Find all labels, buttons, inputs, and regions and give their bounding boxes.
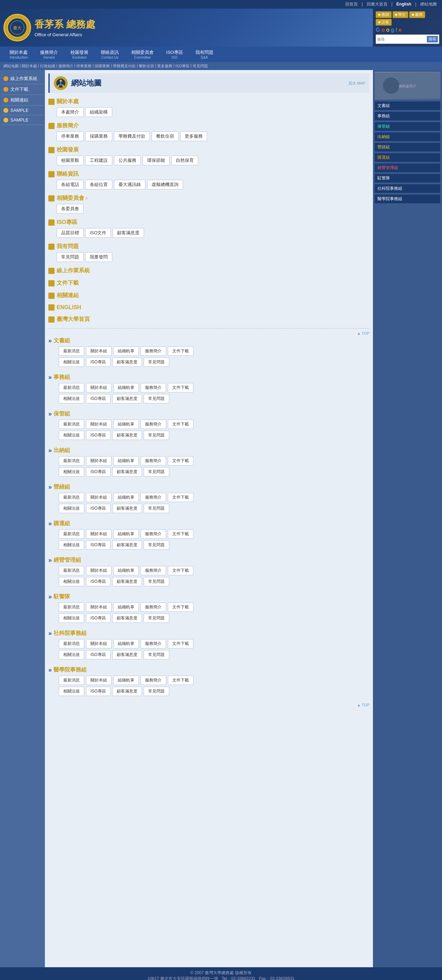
dept-link[interactable]: 組織軌掌 — [113, 566, 139, 575]
dept-link[interactable]: 最新消息 — [59, 566, 84, 575]
rs-btn-gouyu[interactable]: 購運組 — [375, 153, 440, 162]
dept-link[interactable]: 文件下載 — [168, 639, 193, 648]
dept-link[interactable]: 相關法規 — [59, 687, 84, 696]
dept-link[interactable]: 常見問題 — [144, 394, 169, 403]
dept-link[interactable]: 顧客滿意度 — [112, 431, 142, 440]
dept-link[interactable]: ISO專區 — [86, 614, 110, 623]
link-procurement[interactable]: 採購業務 — [85, 132, 112, 141]
link-more-service[interactable]: 更多服務 — [180, 132, 207, 141]
section-title-committee[interactable]: 相關委員會 > — [48, 195, 370, 202]
dept-link[interactable]: 常見問題 — [144, 431, 169, 440]
nav-item-committee[interactable]: 相關委員會Committee — [125, 46, 160, 62]
dept-link[interactable]: 組織軌掌 — [113, 420, 139, 429]
nav-item-campus[interactable]: 校園發展Evolution — [64, 46, 95, 62]
top-link-2[interactable]: ▲ TOP — [48, 703, 370, 707]
nav-item-iso[interactable]: ISO專區ISO — [160, 46, 189, 62]
dept-link[interactable]: 組織軌掌 — [113, 529, 139, 539]
link-construction[interactable]: 工程建設 — [85, 156, 112, 165]
section-title-contact[interactable]: 聯絡資訊 — [48, 170, 370, 178]
nav-link-iso[interactable]: ISO專區ISO — [160, 46, 189, 62]
top-bar-ntu[interactable]: 回臺大首頁 — [367, 2, 388, 6]
dept-link[interactable]: 最新消息 — [59, 383, 84, 392]
dept-link[interactable]: 顧客滿意度 — [112, 394, 142, 403]
dept-link[interactable]: ISO專區 — [86, 650, 110, 659]
dept-link[interactable]: 組織軌掌 — [113, 347, 139, 356]
bc-parking[interactable]: 停車業務 — [76, 64, 91, 69]
link-fee[interactable]: 學雜費及付款 — [114, 132, 150, 141]
footer-fax[interactable]: 02-23626531 — [270, 976, 295, 980]
dept-link[interactable]: 顧客滿意度 — [112, 467, 142, 477]
dept-link[interactable]: 文件下載 — [168, 603, 193, 612]
dept-link[interactable]: 常見問題 — [144, 358, 169, 367]
link-quality-goal[interactable]: 品質目標 — [57, 228, 84, 238]
bc-sitemap[interactable]: 網站地圖 — [3, 64, 19, 69]
footer-tel[interactable]: 02-33662231 — [231, 976, 255, 980]
dept-link[interactable]: 關於本組 — [86, 676, 112, 685]
link-eco[interactable]: 環保節能 — [143, 156, 169, 165]
sidebar-item-related[interactable]: 相關連結 — [2, 95, 43, 106]
dept-link[interactable]: 文件下載 — [168, 420, 193, 429]
dept-link[interactable]: 相關法規 — [59, 540, 84, 550]
dept-link[interactable]: ISO專區 — [86, 540, 110, 550]
dept-link[interactable]: 顧客滿意度 — [112, 504, 142, 513]
dept-link[interactable]: 關於本組 — [86, 639, 112, 648]
dept-link[interactable]: 組織軌掌 — [113, 603, 139, 612]
section-title-about[interactable]: 關於本處 — [48, 98, 370, 105]
rs-btn-jingying[interactable]: 經營管理組 — [375, 164, 440, 172]
dept-link[interactable]: 顧客滿意度 — [112, 650, 142, 659]
dept-link[interactable]: 最新消息 — [59, 420, 84, 429]
rs-btn-wenshu[interactable]: 文書組 — [375, 102, 440, 110]
section-title-question[interactable]: 我有問題 — [48, 243, 370, 250]
dept-link[interactable]: 相關法規 — [59, 431, 84, 440]
rs-btn-sheke[interactable]: 社科院事務組 — [375, 184, 440, 193]
dept-link[interactable]: 相關法規 — [59, 394, 84, 403]
link-phone[interactable]: 各組電話 — [57, 180, 84, 189]
dept-link[interactable]: ISO專區 — [86, 431, 110, 440]
dept-link[interactable]: 最新消息 — [59, 603, 84, 612]
dept-link[interactable]: 服務簡介 — [140, 456, 166, 466]
link-parking[interactable]: 停車業務 — [57, 132, 84, 141]
dept-link[interactable]: 關於本組 — [86, 603, 112, 612]
top-bar-english[interactable]: English — [396, 2, 411, 6]
dept-link[interactable]: 最新消息 — [59, 493, 84, 502]
link-dining[interactable]: 餐飲住宿 — [152, 132, 179, 141]
sidebar-item-download[interactable]: 文件下載 — [2, 84, 43, 95]
nav-link-service[interactable]: 服務簡介Service — [34, 46, 64, 62]
dept-link[interactable]: 顧客滿意度 — [112, 577, 142, 586]
dept-link[interactable]: ISO專區 — [86, 467, 110, 477]
top-bar-home[interactable]: 回首頁 — [345, 2, 358, 6]
link-landscape[interactable]: 校園景觀 — [57, 156, 84, 165]
top-bar-sitemap[interactable]: 網站地圖 — [420, 2, 437, 6]
dept-link[interactable]: 相關法規 — [59, 614, 84, 623]
search-button[interactable]: 搜尋 — [427, 36, 438, 43]
link-ask[interactable]: 我要發問 — [85, 252, 112, 262]
dept-link[interactable]: ISO專區 — [86, 577, 110, 586]
dept-link[interactable]: 最新消息 — [59, 347, 84, 356]
dept-link[interactable]: 組織軌掌 — [113, 493, 139, 502]
dept-link[interactable]: 組織軌掌 — [113, 676, 139, 685]
dept-link[interactable]: 組織軌掌 — [113, 639, 139, 648]
dept-link[interactable]: 關於本組 — [86, 566, 112, 575]
dept-link[interactable]: 關於本組 — [86, 456, 112, 466]
link-faq[interactable]: 常見問題 — [57, 252, 84, 262]
bc-fee[interactable]: 學雜費及付款 — [113, 64, 136, 69]
dept-link[interactable]: 相關法規 — [59, 504, 84, 513]
dept-link[interactable]: 組織軌掌 — [113, 383, 139, 392]
user-visitor-link[interactable]: ■ 訪客 — [376, 19, 392, 25]
nav-item-qa[interactable]: 我有問題Q&A — [189, 46, 220, 62]
dept-link[interactable]: 文件下載 — [168, 529, 193, 539]
dept-link[interactable]: 服務簡介 — [140, 676, 166, 685]
link-pbx[interactable]: 虛擬總機直詢 — [147, 180, 183, 189]
dept-link[interactable]: ISO專區 — [86, 358, 110, 367]
dept-link[interactable]: 文件下載 — [168, 456, 193, 466]
link-public-service[interactable]: 公共服務 — [114, 156, 141, 165]
nav-link-campus[interactable]: 校園發展Evolution — [64, 46, 95, 62]
link-satisfaction[interactable]: 顧客滿意度 — [113, 228, 144, 238]
nav-item-about[interactable]: 關於本處Introduction — [3, 46, 34, 62]
nav-item-contact[interactable]: 聯絡資訊Contact Us — [95, 46, 125, 62]
link-location[interactable]: 各組位置 — [85, 180, 112, 189]
link-iso-doc[interactable]: ISO文件 — [85, 228, 111, 238]
dept-link[interactable]: 常見問題 — [144, 504, 169, 513]
rs-btn-yingshan[interactable]: 營繕組 — [375, 143, 440, 151]
dept-link[interactable]: ISO專區 — [86, 394, 110, 403]
